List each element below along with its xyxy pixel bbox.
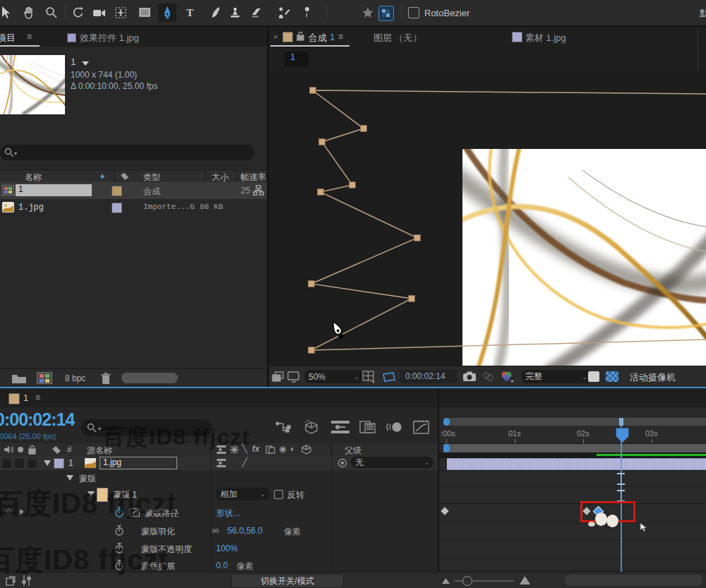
show-snapshot-icon[interactable] [481, 371, 494, 382]
comp-panel-menu-icon[interactable]: ≡ [338, 32, 343, 42]
hand-tool-icon[interactable] [20, 4, 38, 22]
layer-disclosure-icon[interactable] [44, 460, 51, 466]
monitor-icon[interactable] [287, 371, 300, 383]
mask1-disclosure-icon[interactable] [88, 491, 95, 497]
toggle-switches-modes-button[interactable]: 切换开关/模式 [231, 574, 344, 588]
table-row-comp[interactable]: 1 合成 25 [0, 182, 267, 199]
frame-blend-column-icon[interactable] [265, 445, 275, 455]
shy-column-icon[interactable] [216, 445, 227, 455]
new-composition-icon[interactable] [37, 372, 52, 384]
pan-behind-tool-icon[interactable] [112, 4, 130, 22]
3d-column-icon[interactable] [301, 445, 311, 455]
zoom-tool-icon[interactable] [42, 4, 61, 22]
close-tab-icon[interactable]: × [273, 32, 277, 41]
selection-tool-icon[interactable] [0, 4, 14, 22]
mask-feather-row[interactable]: 蒙版羽化 ∞ 56.0,56.0 像素 [0, 522, 438, 540]
tab-project[interactable]: 项目 [0, 32, 16, 44]
eraser-tool-icon[interactable] [247, 4, 265, 22]
tab-comp-label[interactable]: 合成 [309, 32, 327, 44]
clone-stamp-tool-icon[interactable] [226, 4, 244, 22]
mask-invert-checkbox[interactable] [274, 490, 283, 499]
layer-quality-toggle[interactable]: ╱ [242, 457, 247, 467]
layer-name-box[interactable]: 1.jpg [100, 457, 177, 469]
layer-row[interactable]: 1 1.jpg ╱ 无⌄ [0, 456, 438, 470]
mask-opacity-row[interactable]: 蒙版不透明度 100% [0, 540, 438, 558]
lock-column-icon[interactable] [28, 445, 36, 455]
masks-disclosure-icon[interactable] [66, 475, 73, 481]
project-search-input[interactable]: ▾ [0, 145, 254, 160]
transparency-grid-icon[interactable] [606, 371, 618, 382]
horizontal-scrollbar[interactable] [565, 575, 702, 586]
layer-shy-toggle[interactable] [216, 458, 227, 468]
workspace-label[interactable]: 默 [700, 7, 706, 20]
layer-label-swatch[interactable] [54, 458, 64, 469]
mask-name[interactable]: 蒙版 1 [113, 489, 137, 501]
pen-tool-icon[interactable] [158, 4, 176, 22]
expand-transform-pane-icon[interactable] [6, 575, 18, 586]
solo-column-icon[interactable] [18, 447, 23, 452]
trash-icon[interactable] [100, 372, 112, 385]
motion-blur-icon[interactable] [385, 419, 404, 435]
view-layout-value[interactable]: 活动摄像机 [630, 371, 676, 384]
comp-timecode-box[interactable]: 0:00:02:14 [400, 370, 457, 383]
search-options-caret-icon[interactable]: ▾ [98, 426, 101, 432]
mask-feather-value[interactable]: 56.0,56.0 [227, 526, 263, 536]
type-tool-icon[interactable]: T [181, 4, 199, 22]
mask-opacity-stopwatch-icon[interactable] [114, 543, 124, 553]
column-parent[interactable]: 父级 [345, 445, 361, 457]
mask-expansion-row[interactable]: 蒙版扩展 0.0 像素 [0, 558, 438, 573]
camera-tool-icon[interactable] [90, 4, 109, 22]
mask-expansion-label[interactable]: 蒙版扩展 [141, 560, 175, 572]
graph-toggle-icon[interactable] [129, 508, 140, 517]
puppet-pin-tool-icon[interactable] [298, 4, 316, 22]
comp-mini-flowchart-badge[interactable]: 1 [285, 52, 309, 67]
search-options-caret-icon[interactable]: ▾ [14, 150, 17, 157]
column-source-name[interactable]: 源名称 [87, 445, 112, 457]
snapshot-camera-icon[interactable] [462, 371, 477, 382]
fast-previews-icon[interactable] [588, 371, 599, 382]
tab-layer[interactable]: 图层 （无） [373, 32, 422, 44]
timeline-search-input[interactable]: ▾ [81, 419, 212, 436]
project-panel-menu-icon[interactable]: ≡ [27, 32, 32, 42]
mask-opacity-value[interactable]: 100% [216, 544, 238, 553]
resolution-select[interactable]: 完整⌄ [521, 370, 592, 383]
time-navigator-bar[interactable] [443, 418, 706, 426]
item-dropdown-icon[interactable] [81, 61, 90, 66]
mask-path-stopwatch-icon[interactable] [114, 507, 124, 517]
tab-footage[interactable]: 素材 1.jpg [525, 32, 566, 44]
table-row-footage[interactable]: 1.jpg Importe...G 88 KB [0, 199, 267, 216]
label-column-icon[interactable] [120, 172, 129, 181]
parent-select[interactable]: 无⌄ [351, 457, 433, 468]
star-icon[interactable] [359, 4, 377, 22]
project-scrollbar[interactable] [121, 373, 178, 383]
mask-expansion-stopwatch-icon[interactable] [114, 560, 124, 570]
shape-tool-icon[interactable] [136, 4, 154, 22]
roto-brush-tool-icon[interactable] [274, 4, 292, 22]
mask-feather-label[interactable]: 蒙版羽化 [141, 526, 175, 538]
graph-editor-icon[interactable] [413, 419, 430, 435]
rotate-tool-icon[interactable] [69, 4, 88, 22]
fx-column-icon[interactable]: fx [252, 444, 260, 454]
draft-3d-icon[interactable] [302, 419, 321, 436]
footage-label-swatch[interactable] [112, 203, 122, 213]
mask-1-row[interactable]: 蒙版 1 相加⌄ 反转 [0, 486, 438, 503]
audio-column-icon[interactable] [4, 445, 13, 454]
tab-effect-controls[interactable]: 效果控件 1.jpg [80, 32, 139, 44]
comp-mini-flowchart-icon[interactable] [275, 420, 292, 434]
selected-item-name[interactable]: 1 [71, 56, 76, 67]
sort-ascending-icon[interactable]: ▲ [99, 172, 106, 179]
comp-label-swatch[interactable] [112, 186, 122, 196]
unlock-icon[interactable] [297, 31, 304, 41]
keyframe-nav-next-icon[interactable] [20, 509, 24, 515]
timeline-timecode[interactable]: 0:00:02:14 [0, 409, 74, 430]
work-area-bar[interactable] [443, 444, 706, 452]
timeline-panel-menu-icon[interactable]: ≡ [35, 392, 40, 402]
adjustment-column-icon[interactable]: ◐ [290, 444, 295, 454]
quality-column-icon[interactable]: ╲ [242, 444, 247, 454]
label-column-icon[interactable] [52, 445, 61, 455]
shy-icon[interactable] [330, 420, 350, 434]
work-area-start-handle[interactable] [443, 444, 450, 452]
region-of-interest-icon[interactable] [381, 371, 397, 383]
bpc-label[interactable]: 8 bpc [65, 373, 85, 383]
always-preview-icon[interactable] [272, 371, 285, 383]
